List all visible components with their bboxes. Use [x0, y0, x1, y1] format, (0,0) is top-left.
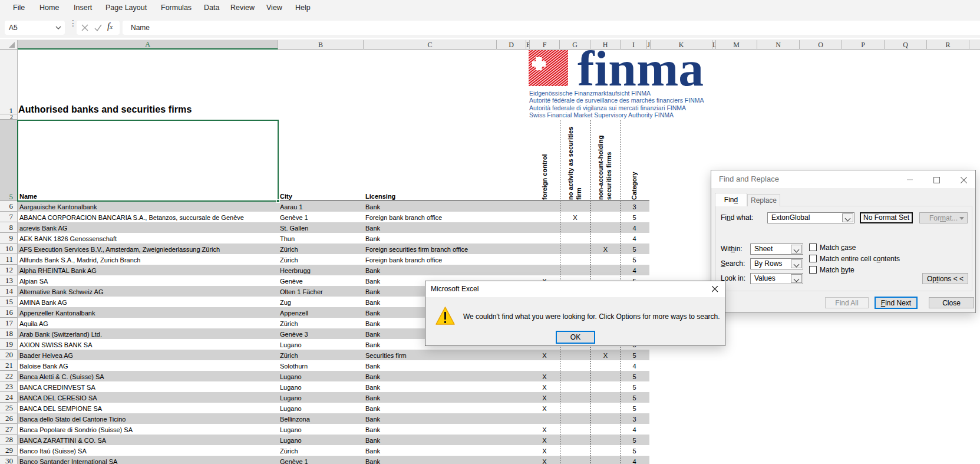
svg-text:finma: finma	[578, 50, 704, 87]
